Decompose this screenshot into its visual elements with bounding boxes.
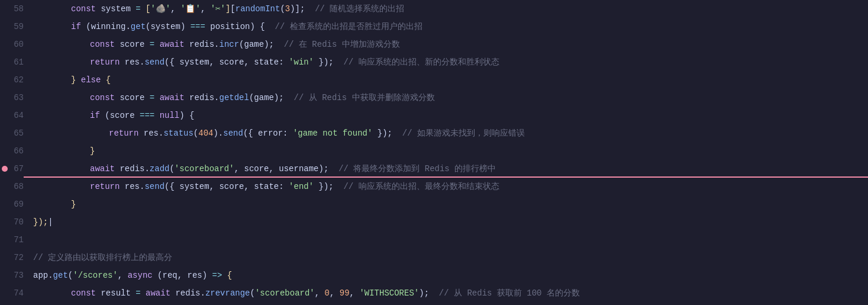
code-line: 61return res.send({ system, score, state… — [0, 53, 868, 71]
token-var: game — [254, 93, 274, 102]
token-var: redis. — [189, 93, 219, 102]
token-op: = — [150, 93, 160, 102]
token-var: , — [201, 4, 211, 14]
token-paren: ); — [419, 288, 429, 298]
code-line: 71 — [0, 231, 868, 249]
token-var: system, score, state: — [175, 57, 289, 67]
token-str: '/scores' — [73, 271, 118, 280]
token-var — [314, 57, 318, 67]
line-number: 73 — [9, 267, 33, 284]
line-number: 65 — [9, 124, 33, 142]
token-var: , — [330, 288, 340, 298]
token-await-kw: await — [160, 93, 189, 102]
token-comment: // 检查系统的出招是否胜过用户的出招 — [275, 22, 422, 31]
token-paren: ({ — [164, 182, 175, 191]
code-editor: 58const system = ['🪨', '📋', '✂️'][random… — [0, 0, 868, 305]
token-paren: ( — [157, 271, 162, 280]
code-line: 58const system = ['🪨', '📋', '✂️'][random… — [0, 0, 868, 18]
code-line: 60const score = await redis.incr(game); … — [0, 36, 868, 53]
line-number: 68 — [9, 178, 33, 195]
token-await-kw: await — [160, 40, 189, 49]
line-number: 64 — [9, 107, 33, 124]
code-line: 59if (winning.get(system) === position) … — [0, 18, 868, 36]
token-paren: ({ — [243, 129, 253, 138]
line-number: 74 — [9, 284, 33, 302]
token-var — [207, 271, 212, 280]
line-number: 69 — [9, 195, 33, 213]
token-paren: }); — [377, 129, 392, 138]
token-op: = — [135, 288, 146, 298]
token-var: system — [101, 4, 135, 14]
token-const-kw: const — [71, 4, 101, 14]
token-fn: zrevrange — [205, 288, 250, 298]
token-if-kw: if — [90, 111, 105, 120]
breakpoint-dot — [2, 166, 8, 172]
token-var: , — [170, 4, 180, 14]
line-content: });| — [33, 213, 856, 231]
token-comment: // 将最终分数添加到 Redis 的排行榜中 — [338, 164, 496, 174]
code-line: 73app.get('/scores', async (req, res) =>… — [0, 267, 868, 284]
token-op: => — [212, 271, 227, 280]
line-number: 70 — [9, 213, 33, 231]
token-fn: send — [144, 182, 164, 191]
token-var: redis. — [120, 164, 149, 174]
token-return-kw: return — [109, 129, 144, 138]
token-var: , — [118, 271, 128, 280]
line-number: 62 — [9, 71, 33, 89]
token-const-kw: const — [71, 288, 101, 298]
line-content: if (score === null) { — [33, 107, 856, 124]
line-number: 71 — [9, 231, 33, 249]
token-var: result — [101, 288, 135, 298]
token-paren: ( — [250, 288, 255, 298]
token-var: game — [244, 40, 264, 49]
line-content: const system = ['🪨', '📋', '✂️'][randomIn… — [33, 0, 856, 18]
line-indicator — [0, 166, 9, 172]
token-const-kw: const — [90, 40, 120, 49]
token-str: 'end' — [289, 182, 314, 191]
line-content: return res.send({ system, score, state: … — [33, 178, 856, 195]
token-var: , — [315, 288, 325, 298]
code-line: 66} — [0, 142, 868, 160]
token-comment: // 随机选择系统的出招 — [315, 4, 404, 14]
token-var: winning. — [91, 22, 131, 31]
token-var: res. — [125, 57, 145, 67]
token-return-kw: return — [90, 182, 125, 191]
code-line: 74const result = await redis.zrevrange('… — [0, 284, 868, 302]
line-number: 61 — [9, 53, 33, 71]
line-number: 72 — [9, 249, 33, 267]
token-fn: get — [53, 271, 68, 280]
token-paren: ) — [202, 271, 207, 280]
token-var: score — [120, 40, 149, 49]
token-else-kw: else — [81, 75, 106, 85]
token-await-kw: async — [128, 271, 157, 280]
line-content: if (winning.get(system) === position) { … — [33, 18, 856, 36]
token-var: res. — [144, 129, 164, 138]
line-content: app.get('/scores', async (req, res) => { — [33, 267, 856, 284]
token-var: score — [120, 93, 149, 102]
token-bracket: } — [90, 146, 95, 156]
token-num: 0 — [325, 288, 330, 298]
token-var — [328, 164, 338, 174]
token-comment: // 定义路由以获取排行榜上的最高分 — [33, 253, 172, 262]
token-bracket: } — [71, 200, 76, 209]
token-paren: ( — [86, 22, 91, 31]
line-content: } else { — [33, 71, 856, 89]
token-if-kw: if — [71, 22, 86, 31]
line-content: const score = await redis.getdel(game); … — [33, 89, 856, 107]
token-paren: ) — [290, 4, 295, 14]
token-var — [284, 93, 294, 102]
code-line: 65return res.status(404).send({ error: '… — [0, 124, 868, 142]
token-var: system — [150, 22, 180, 31]
line-content: await redis.zadd('scoreboard', score, us… — [33, 160, 856, 178]
token-paren: ) — [250, 22, 255, 31]
token-paren: ); — [274, 93, 284, 102]
token-var: score — [110, 111, 140, 120]
token-var — [372, 129, 377, 138]
token-comment: // 从 Redis 中获取并删除游戏分数 — [294, 93, 435, 102]
line-content: } — [33, 195, 856, 213]
line-number: 63 — [9, 89, 33, 107]
code-line: 64if (score === null) { — [0, 107, 868, 124]
token-op: === — [185, 22, 210, 31]
token-paren: ({ — [164, 57, 175, 67]
token-var: req, res — [163, 271, 202, 280]
